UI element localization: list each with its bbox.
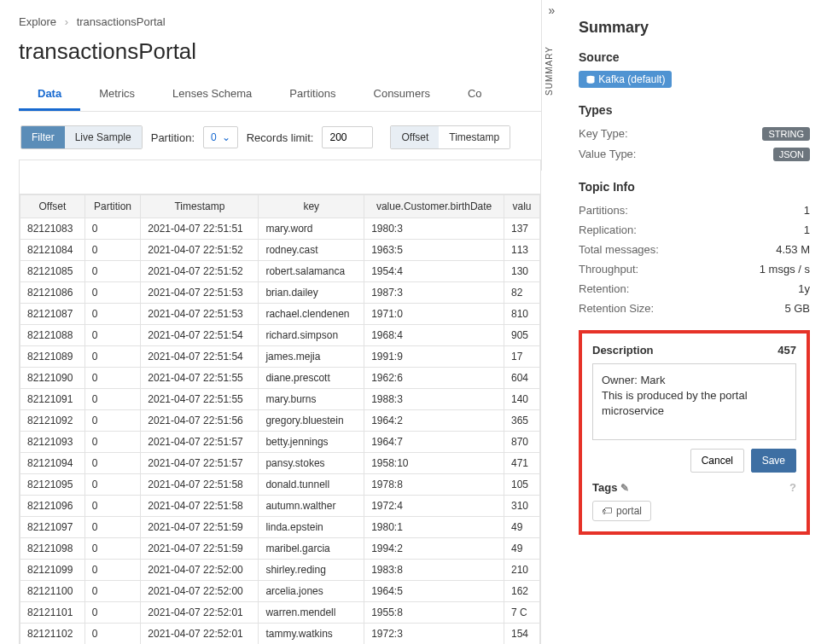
column-header[interactable]: valu: [504, 195, 540, 218]
table-cell: 82121085: [20, 261, 85, 282]
table-cell: 82121096: [20, 496, 85, 517]
table-row[interactable]: 8212109902021-04-07 22:52:00shirley.redi…: [20, 560, 540, 581]
table-cell: 1988:3: [364, 389, 504, 410]
help-icon[interactable]: ?: [789, 481, 796, 494]
offset-timestamp-toggle: Offset Timestamp: [390, 125, 510, 149]
table-cell: 2021-04-07 22:52:01: [141, 602, 259, 624]
tab-more[interactable]: Co: [449, 78, 501, 111]
tab-consumers[interactable]: Consumers: [355, 78, 449, 111]
tab-metrics[interactable]: Metrics: [80, 78, 154, 111]
value-type-label: Value Type:: [579, 148, 636, 161]
table-row[interactable]: 8212108702021-04-07 22:51:53rachael.clen…: [20, 304, 540, 325]
table-cell: 1980:1: [364, 517, 504, 538]
table-cell: 0: [84, 410, 141, 432]
table-cell: 82121092: [20, 410, 85, 432]
table-cell: 1958:10: [364, 453, 504, 474]
partition-select[interactable]: 0 ⌄: [203, 126, 238, 148]
table-cell: 140: [504, 389, 540, 410]
table-cell: 2021-04-07 22:51:51: [141, 218, 259, 240]
table-row[interactable]: 8212108902021-04-07 22:51:54james.mejia1…: [20, 346, 540, 368]
table-cell: mary.word: [259, 218, 364, 240]
info-key: Replication:: [579, 223, 637, 236]
breadcrumb-current: transactionsPortal: [77, 15, 166, 28]
summary-panel: Summary Source Kafka (default) Types Key…: [562, 0, 827, 644]
edit-icon[interactable]: ✎: [620, 482, 629, 494]
summary-vertical-label: SUMMARY: [542, 20, 556, 121]
key-type-label: Key Type:: [579, 127, 628, 141]
types-label: Types: [579, 103, 810, 117]
table-cell: 0: [84, 560, 141, 581]
table-cell: donald.tunnell: [259, 474, 364, 496]
table-row[interactable]: 8212108502021-04-07 22:51:52robert.salam…: [20, 261, 540, 282]
table-cell: 0: [84, 218, 141, 240]
table-cell: 82121100: [20, 581, 85, 602]
live-sample-button[interactable]: Live Sample: [65, 126, 142, 148]
breadcrumb-root[interactable]: Explore: [19, 15, 56, 28]
table-cell: autumn.walther: [259, 496, 364, 517]
description-textarea[interactable]: Owner: Mark This is produced by the port…: [592, 363, 796, 440]
save-button[interactable]: Save: [751, 449, 796, 473]
table-row[interactable]: 8212110102021-04-07 22:52:01warren.mende…: [20, 602, 540, 624]
table-row[interactable]: 8212109102021-04-07 22:51:55mary.burns19…: [20, 389, 540, 410]
filter-button[interactable]: Filter: [21, 126, 65, 148]
table-cell: 0: [84, 624, 141, 645]
table-cell: 49: [504, 517, 540, 538]
filter-toggle: Filter Live Sample: [20, 125, 143, 149]
table-cell: 82121087: [20, 304, 85, 325]
table-cell: 2021-04-07 22:51:59: [141, 517, 259, 538]
tag-item[interactable]: 🏷 portal: [592, 501, 651, 521]
table-row[interactable]: 8212109602021-04-07 22:51:58autumn.walth…: [20, 496, 540, 517]
table-cell: 2021-04-07 22:51:52: [141, 261, 259, 282]
table-row[interactable]: 8212110202021-04-07 22:52:01tammy.watkin…: [20, 624, 540, 645]
table-cell: 604: [504, 368, 540, 389]
table-cell: betty.jennings: [259, 432, 364, 453]
table-row[interactable]: 8212109702021-04-07 22:51:59linda.epstei…: [20, 517, 540, 538]
data-table: OffsetPartitionTimestampkeyvalue.Custome…: [20, 194, 540, 644]
collapse-icon[interactable]: »: [542, 0, 562, 20]
column-header[interactable]: value.Customer.birthDate: [364, 195, 504, 218]
table-cell: 2021-04-07 22:51:54: [141, 346, 259, 368]
topic-info-label: Topic Info: [579, 180, 810, 194]
timestamp-button[interactable]: Timestamp: [439, 126, 510, 148]
table-cell: 82121088: [20, 325, 85, 346]
table-cell: 82121101: [20, 602, 85, 624]
tab-partitions[interactable]: Partitions: [271, 78, 354, 111]
info-value: 4.53 M: [776, 243, 810, 256]
table-cell: 365: [504, 410, 540, 432]
table-cell: 0: [84, 325, 141, 346]
table-cell: 0: [84, 389, 141, 410]
table-cell: 905: [504, 325, 540, 346]
table-row[interactable]: 8212108602021-04-07 22:51:53brian.dailey…: [20, 282, 540, 304]
table-row[interactable]: 8212108402021-04-07 22:51:52rodney.cast1…: [20, 240, 540, 261]
tab-lenses-schema[interactable]: Lenses Schema: [154, 78, 271, 111]
table-row[interactable]: 8212109402021-04-07 22:51:57pansy.stokes…: [20, 453, 540, 474]
column-header[interactable]: key: [259, 195, 364, 218]
table-cell: 2021-04-07 22:51:54: [141, 325, 259, 346]
topic-info-row: Retention:1y: [579, 279, 810, 299]
table-row[interactable]: 8212109302021-04-07 22:51:57betty.jennin…: [20, 432, 540, 453]
description-tags-highlight: Description 457 Owner: Mark This is prod…: [579, 330, 810, 535]
data-table-container: OffsetPartitionTimestampkeyvalue.Custome…: [19, 160, 541, 644]
info-value: 1: [804, 223, 810, 236]
offset-button[interactable]: Offset: [391, 126, 439, 148]
table-row[interactable]: 8212110002021-04-07 22:52:00arcelia.jone…: [20, 581, 540, 602]
table-cell: 0: [84, 581, 141, 602]
table-row[interactable]: 8212109002021-04-07 22:51:55diane.presco…: [20, 368, 540, 389]
cancel-button[interactable]: Cancel: [690, 449, 744, 473]
table-row[interactable]: 8212109202021-04-07 22:51:56gregory.blue…: [20, 410, 540, 432]
column-header[interactable]: Offset: [20, 195, 85, 218]
table-cell: 1971:0: [364, 304, 504, 325]
records-input[interactable]: [322, 126, 373, 148]
table-row[interactable]: 8212108802021-04-07 22:51:54richard.simp…: [20, 325, 540, 346]
column-header[interactable]: Timestamp: [141, 195, 259, 218]
table-cell: 1964:7: [364, 432, 504, 453]
table-cell: 2021-04-07 22:51:55: [141, 389, 259, 410]
table-row[interactable]: 8212109802021-04-07 22:51:59maribel.garc…: [20, 538, 540, 560]
topic-info-row: Retention Size:5 GB: [579, 299, 810, 318]
column-header[interactable]: Partition: [84, 195, 141, 218]
table-row[interactable]: 8212109502021-04-07 22:51:58donald.tunne…: [20, 474, 540, 496]
table-cell: 17: [504, 346, 540, 368]
table-cell: 2021-04-07 22:51:58: [141, 474, 259, 496]
table-row[interactable]: 8212108302021-04-07 22:51:51mary.word198…: [20, 218, 540, 240]
tab-data[interactable]: Data: [19, 78, 80, 111]
